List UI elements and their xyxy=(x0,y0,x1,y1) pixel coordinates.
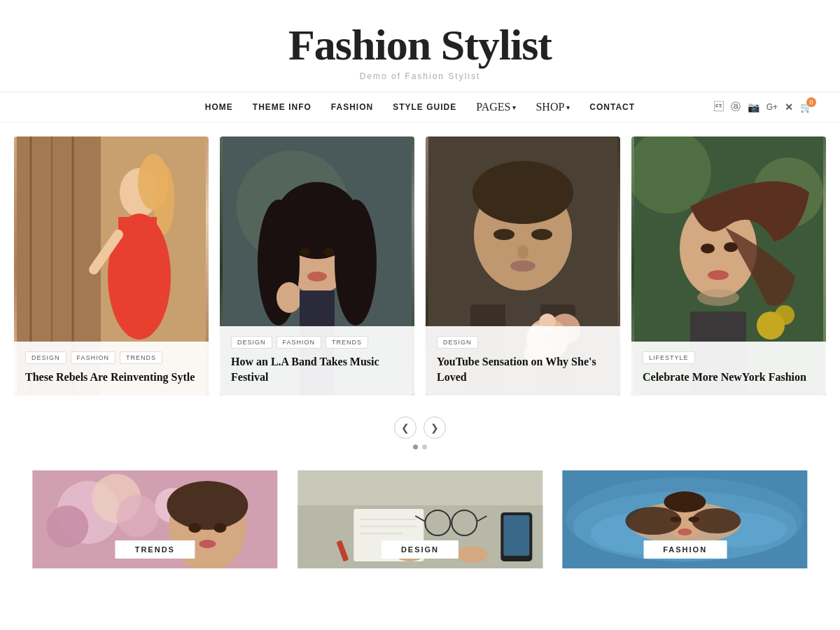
tag: FASHION xyxy=(276,336,322,349)
pagination-arrows: ❮ ❯ xyxy=(394,416,446,439)
nav-contact[interactable]: CONTACT xyxy=(589,102,635,112)
facebook-icon[interactable]:  xyxy=(714,102,724,113)
google-plus-icon[interactable]: G+ xyxy=(766,102,778,112)
tag: DESIGN xyxy=(25,351,66,364)
svg-point-29 xyxy=(517,245,528,259)
site-title: Fashion Stylist xyxy=(14,21,826,69)
tag: TRENDS xyxy=(120,351,162,364)
card-title: Celebrate More NewYork Fashion xyxy=(643,370,815,385)
category-label-1: DESIGN xyxy=(382,540,458,559)
category-card-0[interactable]: TRENDS xyxy=(28,470,282,568)
tag: DESIGN xyxy=(437,336,478,349)
article-card-2[interactable]: DESIGN YouTube Sensation on Why She's Lo… xyxy=(426,136,620,396)
nav-pages[interactable]: PAGES xyxy=(476,101,516,113)
main-nav: HOME THEME INFO FASHION STYLE GUIDE PAGE… xyxy=(0,92,840,122)
pagination-dot-1[interactable] xyxy=(422,444,427,449)
card-tags: DESIGNFASHIONTRENDS xyxy=(231,336,403,349)
card-title: YouTube Sensation on Why She's Loved xyxy=(437,354,609,384)
cards-grid: DESIGNFASHIONTRENDS These Rebels Are Rei… xyxy=(14,136,826,396)
pagination-dots xyxy=(413,444,427,449)
svg-point-61 xyxy=(199,540,216,548)
tag: DESIGN xyxy=(231,336,272,349)
card-overlay: DESIGN YouTube Sensation on Why She's Lo… xyxy=(426,326,620,396)
svg-point-27 xyxy=(493,229,514,240)
svg-point-26 xyxy=(472,161,573,224)
card-title: These Rebels Are Reinventing Sytle xyxy=(25,370,197,385)
card-overlay: DESIGNFASHIONTRENDS These Rebels Are Rei… xyxy=(14,342,209,396)
pagination-dot-0[interactable] xyxy=(413,444,418,449)
cart-icon[interactable]: 🛒 0 xyxy=(800,102,812,113)
tag: LIFESTYLE xyxy=(643,351,695,364)
svg-rect-9 xyxy=(118,217,157,273)
svg-point-55 xyxy=(116,495,158,537)
card-tags: LIFESTYLE xyxy=(643,351,815,364)
nav-fashion[interactable]: FASHION xyxy=(331,102,373,112)
svg-point-87 xyxy=(664,491,706,512)
svg-point-90 xyxy=(678,528,692,536)
svg-point-30 xyxy=(510,260,536,272)
site-header: Fashion Stylist Demo of Fashion Stylist xyxy=(0,0,840,92)
instagram-icon[interactable]: 📷 xyxy=(748,102,760,113)
card-overlay: DESIGNFASHIONTRENDS How an L.A Band Take… xyxy=(220,326,414,396)
tag: FASHION xyxy=(71,351,116,364)
pagination: ❮ ❯ xyxy=(0,402,840,456)
twitter-icon[interactable]: ⓐ xyxy=(731,101,741,113)
featured-cards-section: DESIGNFASHIONTRENDS These Rebels Are Rei… xyxy=(0,122,840,402)
nav-links: HOME THEME INFO FASHION STYLE GUIDE PAGE… xyxy=(205,101,635,113)
svg-point-21 xyxy=(276,282,302,313)
svg-point-58 xyxy=(167,481,248,530)
svg-point-89 xyxy=(689,517,700,522)
card-tags: DESIGNFASHIONTRENDS xyxy=(25,351,197,364)
site-tagline: Demo of Fashion Stylist xyxy=(14,71,826,81)
svg-rect-74 xyxy=(503,515,529,556)
svg-point-49 xyxy=(775,305,794,325)
categories-grid: TRENDS DESIGN xyxy=(28,470,812,568)
article-card-3[interactable]: LIFESTYLE Celebrate More NewYork Fashion xyxy=(631,136,826,396)
card-tags: DESIGN xyxy=(437,336,609,349)
category-card-1[interactable]: DESIGN xyxy=(293,470,547,568)
svg-point-28 xyxy=(531,229,552,240)
next-arrow[interactable]: ❯ xyxy=(424,416,446,439)
category-label-0: TRENDS xyxy=(115,540,195,559)
svg-point-77 xyxy=(457,546,488,563)
svg-point-54 xyxy=(46,505,88,547)
cart-badge: 0 xyxy=(806,97,816,107)
svg-point-86 xyxy=(692,508,741,533)
svg-point-20 xyxy=(307,272,327,281)
svg-point-60 xyxy=(214,523,226,533)
article-card-1[interactable]: DESIGNFASHIONTRENDS How an L.A Band Take… xyxy=(220,136,414,396)
svg-point-18 xyxy=(300,248,311,256)
category-card-2[interactable]: FASHION xyxy=(558,470,812,568)
svg-point-17 xyxy=(335,200,377,326)
nav-style-guide[interactable]: STYLE GUIDE xyxy=(393,102,456,112)
nav-home[interactable]: HOME xyxy=(205,102,233,112)
svg-point-46 xyxy=(708,270,729,280)
card-title: How an L.A Band Takes Music Festival xyxy=(231,354,403,384)
svg-point-45 xyxy=(724,242,738,252)
nav-shop[interactable]: SHOP xyxy=(536,101,570,113)
svg-point-19 xyxy=(323,248,335,256)
tag: TRENDS xyxy=(326,336,368,349)
nav-theme-info[interactable]: THEME INFO xyxy=(253,102,312,112)
x-icon[interactable]: ✕ xyxy=(785,102,793,113)
card-overlay: LIFESTYLE Celebrate More NewYork Fashion xyxy=(631,342,826,396)
category-label-2: FASHION xyxy=(643,540,727,559)
svg-point-59 xyxy=(188,523,201,533)
nav-social:  ⓐ 📷 G+ ✕ 🛒 0 xyxy=(714,101,812,113)
prev-arrow[interactable]: ❮ xyxy=(394,416,416,439)
svg-point-44 xyxy=(701,244,715,253)
svg-point-88 xyxy=(671,517,682,522)
svg-point-50 xyxy=(697,289,739,306)
article-card-0[interactable]: DESIGNFASHIONTRENDS These Rebels Are Rei… xyxy=(14,136,209,396)
categories-section: TRENDS DESIGN xyxy=(0,456,840,589)
